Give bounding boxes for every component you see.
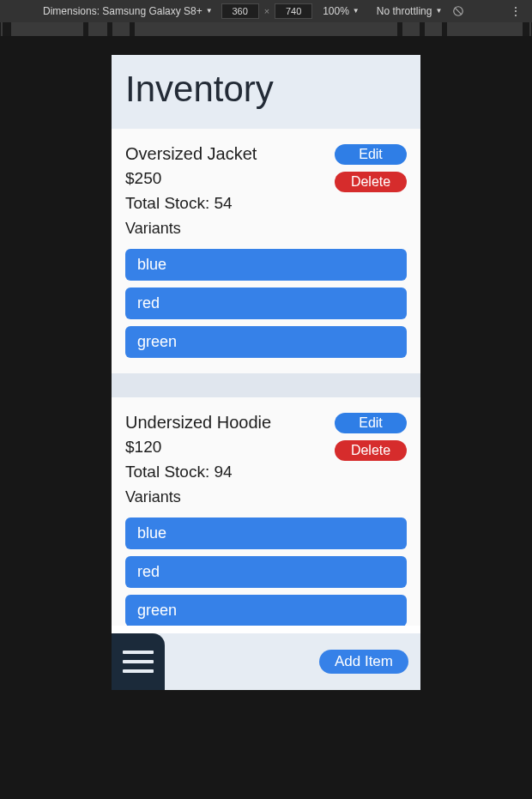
variants-list: blueredgreen [125,518,407,626]
ruler-strip [0,22,532,36]
card-info: Undersized Hoodie$120Total Stock: 94Vari… [125,409,271,509]
throttling-value: No throttling [377,5,432,17]
inventory-card: Oversized Jacket$250Total Stock: 54Varia… [112,129,420,373]
chevron-down-icon: ▼ [435,7,442,15]
viewport-height-input[interactable] [275,3,312,19]
variants-heading: Variants [125,486,271,509]
item-stock: Total Stock: 94 [125,460,271,485]
app-header: Inventory [112,55,420,129]
card-actions: EditDelete [335,413,407,461]
edit-button[interactable]: Edit [335,413,407,433]
svg-line-1 [455,8,462,15]
variant-pill[interactable]: green [125,326,407,358]
chevron-down-icon: ▼ [353,7,360,15]
item-name: Oversized Jacket [125,141,257,166]
delete-button[interactable]: Delete [335,440,407,461]
device-dimensions-selector[interactable]: Dimensions: Samsung Galaxy S8+ ▼ [38,5,218,17]
zoom-selector[interactable]: 100% ▼ [316,5,366,17]
inventory-list[interactable]: Oversized Jacket$250Total Stock: 54Varia… [112,129,420,626]
variant-pill[interactable]: red [125,556,407,588]
throttling-selector[interactable]: No throttling ▼ [370,5,450,17]
card-info: Oversized Jacket$250Total Stock: 54Varia… [125,141,257,240]
zoom-value: 100% [323,5,349,17]
rotate-icon[interactable] [452,5,464,17]
variants-list: blueredgreen [125,249,407,358]
bottom-bar: Add Item [112,633,420,690]
add-item-button[interactable]: Add Item [319,650,408,674]
hamburger-icon [123,651,154,673]
inventory-card: Undersized Hoodie$120Total Stock: 94Vari… [112,397,420,626]
devtools-toolbar: Dimensions: Samsung Galaxy S8+ ▼ × 100% … [0,0,532,22]
delete-button[interactable]: Delete [335,172,407,192]
item-price: $250 [125,166,257,191]
menu-button[interactable] [112,633,165,690]
page-title: Inventory [125,69,407,110]
chevron-down-icon: ▼ [206,7,213,15]
variant-pill[interactable]: green [125,595,407,626]
kebab-menu-icon[interactable]: ⋮ [503,4,529,18]
device-viewport: Inventory Oversized Jacket$250Total Stoc… [112,55,420,690]
device-stage: Inventory Oversized Jacket$250Total Stoc… [0,36,532,799]
dimension-separator: × [263,6,271,16]
card-actions: EditDelete [335,144,407,192]
item-name: Undersized Hoodie [125,409,271,435]
variant-pill[interactable]: red [125,288,407,319]
item-stock: Total Stock: 54 [125,191,257,216]
variant-pill[interactable]: blue [125,249,407,281]
variant-pill[interactable]: blue [125,518,407,549]
variants-heading: Variants [125,217,257,240]
item-price: $120 [125,435,271,460]
viewport-width-input[interactable] [221,3,259,19]
device-label: Dimensions: Samsung Galaxy S8+ [43,5,203,17]
edit-button[interactable]: Edit [335,144,407,165]
